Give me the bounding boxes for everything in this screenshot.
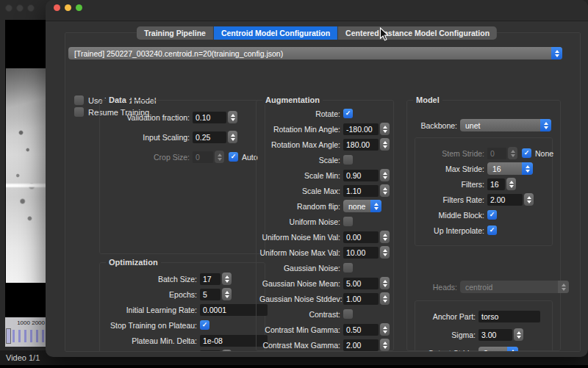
crop-size-field: 0 — [193, 151, 213, 163]
plateau-patience-field[interactable]: 10 — [200, 350, 220, 353]
epochs-field[interactable]: 5 — [200, 289, 220, 300]
chevron-down-icon — [517, 336, 521, 339]
video-seekbar[interactable]: 1000 2000 — [5, 317, 46, 347]
random-flip-row: Random flip:none — [259, 200, 390, 212]
filters-row: Filters:16 — [420, 178, 548, 190]
validation-fraction-stepper[interactable] — [228, 111, 237, 123]
chevron-up-down-icon — [507, 347, 518, 352]
input-scaling-label: Input Scaling: — [104, 133, 190, 142]
resume-training-checkbox[interactable] — [74, 107, 84, 117]
close-icon[interactable] — [5, 4, 12, 12]
optimization-group-title: Optimization — [106, 258, 161, 267]
uniform-noise-min-val-stepper[interactable] — [380, 231, 390, 243]
batch-size-stepper[interactable] — [222, 273, 232, 285]
anchor-part-field[interactable]: torso — [478, 311, 540, 322]
uniform-noise-checkbox[interactable] — [343, 217, 353, 226]
backbone-select[interactable]: unet — [460, 119, 551, 131]
random-flip-select[interactable]: none — [343, 200, 381, 212]
rotation-max-angle-stepper[interactable] — [380, 138, 390, 151]
chevron-up-icon — [383, 249, 387, 252]
rotate-checkbox[interactable]: ✓ — [343, 109, 353, 118]
augmentation-rows: Rotate:✓Rotation Min Angle:-180.00Rotati… — [257, 101, 393, 351]
batch-size-field[interactable]: 17 — [200, 273, 220, 285]
input-scaling-field[interactable]: 0.25 — [193, 131, 226, 143]
scale-max-field[interactable]: 1.10 — [343, 185, 379, 197]
plateau-patience-stepper[interactable] — [222, 350, 232, 352]
contrast-max-gamma-field[interactable]: 2.00 — [343, 339, 379, 351]
backbone-params-box: Stem Stride:0✓NoneMax Stride:16Filters:1… — [415, 137, 553, 246]
head-params-rows: Anchor Part:torsoSigma:3.00Output Stride… — [415, 301, 552, 352]
sigma-field[interactable]: 3.00 — [478, 329, 512, 341]
gaussian-noise-mean-stepper[interactable] — [380, 277, 390, 289]
validation-fraction-label: Validation fraction: — [104, 113, 190, 122]
uniform-noise-min-val-field[interactable]: 0.00 — [343, 231, 379, 243]
heads-label: Heads: — [413, 283, 457, 292]
middle-block-checkbox[interactable]: ✓ — [487, 210, 497, 220]
zoom-icon[interactable] — [76, 4, 82, 11]
gaussian-noise-mean-field[interactable]: 5.00 — [343, 278, 379, 289]
sigma-stepper[interactable] — [514, 328, 523, 341]
stop-training-on-plateau-checkbox[interactable]: ✓ — [200, 320, 209, 330]
plateau-patience-label: Plateau Patience: — [104, 352, 197, 353]
stem-stride-field: 0 — [487, 148, 506, 159]
trained-model-select[interactable]: [Trained] 250227_003240.centroid.n=20(tr… — [68, 47, 562, 59]
epochs-stepper[interactable] — [222, 288, 232, 300]
chevron-down-icon — [383, 284, 387, 287]
epochs-label: Epochs: — [104, 290, 197, 299]
tab-centered-instance-model-configuration[interactable]: Centered Instance Model Configuration — [338, 26, 497, 40]
dialog-titlebar[interactable] — [46, 0, 588, 21]
scale-checkbox[interactable] — [343, 155, 353, 165]
chevron-down-icon — [383, 300, 387, 303]
scale-max-stepper[interactable] — [380, 184, 390, 197]
minimize-icon[interactable] — [16, 4, 24, 12]
validation-fraction-field[interactable]: 0.10 — [193, 112, 226, 123]
filters-rate-field[interactable]: 2.00 — [487, 194, 523, 206]
uniform-noise-min-val-row: Uniform Noise Min Val:0.00 — [259, 231, 390, 243]
gaussian-noise-checkbox[interactable] — [343, 263, 353, 273]
max-stride-select[interactable]: 16 — [487, 162, 533, 175]
crop-size-auto-checkbox[interactable]: ✓ — [229, 152, 238, 162]
minimize-icon[interactable] — [65, 4, 71, 11]
filters-field[interactable]: 16 — [487, 178, 505, 190]
epochs-row: Epochs:5 — [104, 288, 260, 300]
chevron-down-icon — [383, 145, 387, 148]
scale-min-field[interactable]: 0.90 — [343, 170, 379, 181]
optimization-group: Optimization Batch Size:17Epochs:5Initia… — [99, 262, 265, 352]
filters-stepper[interactable] — [506, 178, 516, 190]
seekbar-position-marker[interactable] — [6, 328, 11, 344]
up-interpolate-checkbox[interactable]: ✓ — [487, 226, 497, 235]
chevron-down-icon — [225, 295, 229, 298]
input-scaling-stepper[interactable] — [228, 131, 237, 143]
chevron-up-icon — [383, 326, 387, 329]
tab-training-pipeline[interactable]: Training Pipeline — [137, 26, 213, 40]
contrast-max-gamma-label: Contrast Max Gamma: — [259, 341, 340, 350]
chevron-up-icon — [517, 331, 521, 334]
rotation-min-angle-field[interactable]: -180.00 — [343, 123, 379, 135]
rotate-row: Rotate:✓ — [259, 107, 390, 120]
close-icon[interactable] — [54, 4, 60, 11]
contrast-max-gamma-stepper[interactable] — [380, 339, 390, 351]
gaussian-noise-stddev-stepper[interactable] — [380, 292, 390, 305]
contrast-checkbox[interactable] — [343, 309, 353, 319]
contrast-min-gamma-stepper[interactable] — [380, 323, 390, 336]
contrast-min-gamma-field[interactable]: 0.50 — [343, 324, 379, 336]
output-stride-select[interactable]: 2 — [478, 347, 518, 352]
chevron-down-icon — [231, 138, 235, 141]
gaussian-noise-stddev-field[interactable]: 1.00 — [343, 293, 379, 305]
zoom-icon[interactable] — [27, 4, 35, 12]
uniform-noise-max-val-stepper[interactable] — [380, 246, 390, 259]
heads-row: Heads:centroid — [413, 281, 554, 293]
stem-stride-none-checkbox[interactable]: ✓ — [522, 148, 531, 158]
rotation-max-angle-field[interactable]: 180.00 — [343, 139, 379, 151]
chevron-down-icon — [509, 185, 514, 188]
scale-min-stepper[interactable] — [380, 169, 390, 181]
filters-rate-stepper[interactable] — [524, 193, 534, 206]
anchor-part-row: Anchor Part:torso — [420, 310, 548, 322]
chevron-up-icon — [225, 291, 229, 294]
contrast-label: Contrast: — [259, 310, 340, 319]
uniform-noise-max-val-field[interactable]: 10.00 — [343, 247, 379, 259]
contrast-min-gamma-row: Contrast Min Gamma:0.50 — [259, 323, 390, 336]
rotation-min-angle-stepper[interactable] — [380, 123, 390, 135]
tab-centroid-model-configuration[interactable]: Centroid Model Configuration — [214, 26, 337, 40]
use-trained-model-checkbox[interactable] — [74, 95, 84, 105]
